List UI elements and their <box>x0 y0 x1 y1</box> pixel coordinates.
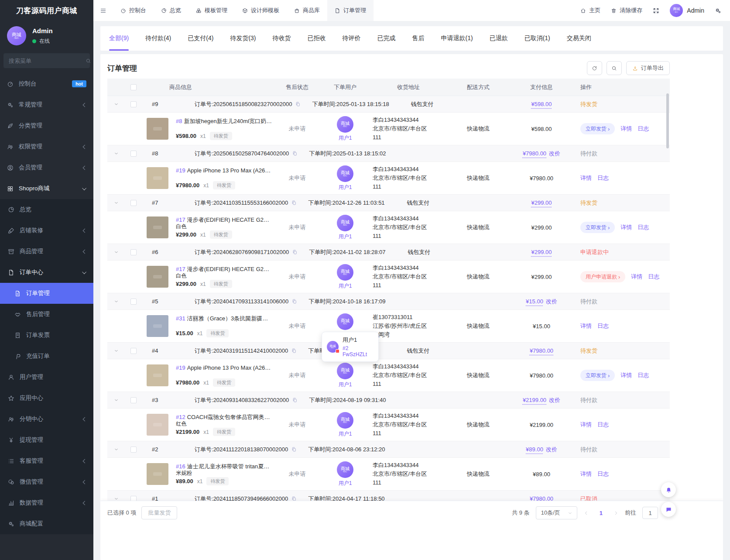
expand-chevron-icon[interactable] <box>113 101 119 107</box>
detail-link[interactable]: 详情 <box>580 470 592 478</box>
sidebar-item[interactable]: 售后管理 <box>0 304 93 325</box>
row-checkbox[interactable] <box>130 447 137 453</box>
detail-link[interactable]: 详情 <box>631 273 642 281</box>
sidebar-item[interactable]: Shopro商城 <box>0 178 93 199</box>
tab[interactable]: 售后 <box>412 26 425 51</box>
copy-icon[interactable] <box>292 397 298 403</box>
tab[interactable]: 申请退款(1) <box>441 26 473 51</box>
product-ref[interactable]: #12 <box>176 414 185 420</box>
tab[interactable]: 已拒收 <box>308 26 326 51</box>
order-amount-link[interactable]: ¥89.00 <box>526 446 543 453</box>
tab[interactable]: 已完成 <box>377 26 396 51</box>
copy-icon[interactable] <box>291 348 297 354</box>
prev-page-button[interactable] <box>583 510 589 516</box>
sidebar-item[interactable]: 应用中心 <box>0 388 93 409</box>
ship-now-button[interactable]: 立即发货› <box>580 123 615 134</box>
product-ref[interactable]: #8 <box>176 118 182 124</box>
copy-icon[interactable] <box>291 299 297 304</box>
row-checkbox[interactable] <box>130 249 137 255</box>
sidebar-item[interactable]: 常规管理 <box>0 94 93 115</box>
product-image[interactable] <box>147 266 168 288</box>
next-page-button[interactable] <box>613 510 619 516</box>
sidebar-item[interactable]: 数据管理 <box>0 492 93 513</box>
topnav-item[interactable]: 模板管理 <box>188 0 235 21</box>
tab[interactable]: 已退款 <box>490 26 508 51</box>
hamburger-icon[interactable] <box>93 7 113 14</box>
product-ref[interactable]: #31 <box>176 315 185 322</box>
tab[interactable]: 已支付(4) <box>188 26 213 51</box>
order-amount-link[interactable]: ¥2199.00 <box>523 397 546 403</box>
expand-chevron-icon[interactable] <box>113 151 119 156</box>
order-amount-link[interactable]: ¥299.00 <box>531 199 552 206</box>
topnav-item[interactable]: 总览 <box>154 0 188 21</box>
product-image[interactable] <box>147 216 168 238</box>
log-link[interactable]: 日志 <box>597 322 609 330</box>
buyer-name[interactable]: 用户1 <box>339 430 352 438</box>
topnav-item[interactable]: 控制台 <box>113 0 154 21</box>
tab[interactable]: 待付款(4) <box>145 26 171 51</box>
order-amount-link[interactable]: ¥15.00 <box>526 298 543 305</box>
expand-chevron-icon[interactable] <box>113 249 119 255</box>
product-image[interactable] <box>147 414 168 436</box>
tab[interactable]: 交易关闭 <box>567 26 591 51</box>
table-scrollbar[interactable] <box>666 93 669 148</box>
export-orders-button[interactable]: 订单导出 <box>626 61 670 75</box>
ship-now-button[interactable]: 立即发货› <box>580 370 615 381</box>
reprice-link[interactable]: 改价 <box>549 150 560 157</box>
row-checkbox[interactable] <box>130 348 137 354</box>
ship-now-button[interactable]: 立即发货› <box>580 222 615 233</box>
copy-icon[interactable] <box>292 151 298 156</box>
buyer-name[interactable]: 用户1 <box>339 134 352 142</box>
chat-button[interactable] <box>661 502 676 517</box>
product-ref[interactable]: #19 <box>176 364 185 371</box>
copy-icon[interactable] <box>295 101 301 107</box>
log-link[interactable]: 日志 <box>597 174 609 182</box>
row-checkbox[interactable] <box>130 397 137 403</box>
goto-page-input[interactable] <box>642 507 658 519</box>
row-checkbox[interactable] <box>130 299 137 305</box>
sidebar-item[interactable]: 总览 <box>0 199 93 220</box>
buyer-avatar[interactable]: 商城 · B2C · <box>337 116 353 133</box>
topnav-item[interactable]: 订单管理 <box>327 0 374 21</box>
reprice-link[interactable]: 改价 <box>549 397 560 403</box>
reprice-link[interactable]: 改价 <box>546 298 557 305</box>
buyer-avatar[interactable]: 商城 · B2C · <box>337 412 353 429</box>
tab[interactable]: 待评价 <box>343 26 361 51</box>
buyer-avatar[interactable]: 商城 · B2C · <box>337 165 353 182</box>
order-amount-link[interactable]: ¥7980.00 <box>523 150 546 157</box>
product-ref[interactable]: #17 <box>176 266 185 272</box>
copy-icon[interactable] <box>292 249 298 255</box>
expand-chevron-icon[interactable] <box>113 200 119 206</box>
tab[interactable]: 全部(9) <box>109 26 129 51</box>
buyer-avatar[interactable]: 商城 · B2C · <box>337 363 353 379</box>
sidebar-item[interactable]: 商品管理 <box>0 241 93 262</box>
row-checkbox[interactable] <box>130 200 137 206</box>
refund-request-button[interactable]: 用户申请退款› <box>580 271 625 282</box>
select-all-checkbox[interactable] <box>130 84 137 90</box>
product-image[interactable] <box>147 364 168 386</box>
detail-link[interactable]: 详情 <box>580 174 592 182</box>
sidebar-item[interactable]: 店铺装修 <box>0 220 93 241</box>
expand-chevron-icon[interactable] <box>113 299 119 304</box>
sidebar-item[interactable]: 客服管理 <box>0 450 93 471</box>
row-checkbox[interactable] <box>130 151 137 157</box>
sidebar-item[interactable]: 分销中心 <box>0 409 93 429</box>
detail-link[interactable]: 详情 <box>620 223 632 231</box>
order-amount-link[interactable]: ¥598.00 <box>531 101 552 107</box>
sidebar-item[interactable]: 用户管理 <box>0 367 93 388</box>
search-button[interactable] <box>607 61 622 75</box>
product-ref[interactable]: #17 <box>176 216 185 223</box>
tab[interactable]: 待发货(3) <box>230 26 256 51</box>
log-link[interactable]: 日志 <box>637 223 649 231</box>
row-checkbox[interactable] <box>130 101 137 107</box>
fullscreen-icon[interactable] <box>653 7 659 14</box>
log-link[interactable]: 日志 <box>637 125 649 133</box>
expand-chevron-icon[interactable] <box>113 447 119 452</box>
product-image[interactable] <box>147 118 168 140</box>
sidebar-item[interactable]: 控制台 hot <box>0 73 93 94</box>
notification-bell-button[interactable] <box>661 482 676 497</box>
log-link[interactable]: 日志 <box>597 421 609 429</box>
clear-cache-link[interactable]: 清除缓存 <box>611 7 642 14</box>
product-ref[interactable]: #19 <box>176 167 185 174</box>
log-link[interactable]: 日志 <box>637 371 649 379</box>
